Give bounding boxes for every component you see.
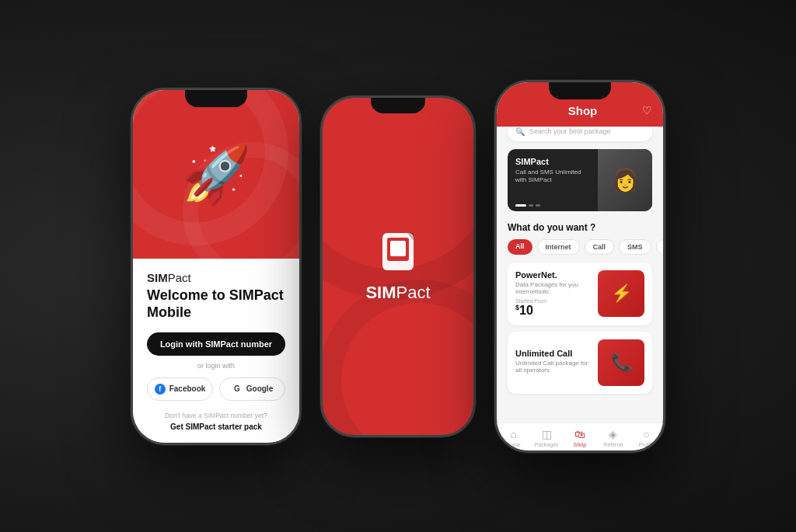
nav-profile[interactable]: ○ Profile	[630, 428, 663, 447]
package-info-1: PowerNet. Data Packages for you Internet…	[515, 270, 590, 318]
home-icon: ⌂	[510, 428, 516, 440]
referral-icon: ◈	[609, 428, 617, 440]
package-info-2: Unlimited Call Unlimited Call package fo…	[515, 349, 590, 377]
phones-container: 🚀 SIMPact Welcome to SIMPact Mobile Logi…	[115, 64, 681, 468]
google-icon: G	[232, 384, 243, 395]
package-price-1: $10	[515, 304, 590, 318]
package-price-label-1: Started From	[515, 298, 590, 304]
screen-left: 🚀 SIMPact Welcome to SIMPact Mobile Logi…	[133, 90, 299, 443]
nav-packages-label: Packages	[535, 442, 559, 447]
screen-center: SIMPact	[323, 98, 473, 435]
packages-icon: ◫	[542, 428, 552, 440]
filter-call[interactable]: Call	[585, 239, 615, 255]
phone-left: 🚀 SIMPact Welcome to SIMPact Mobile Logi…	[131, 88, 302, 445]
screen-right: Shop ♡ 🔍 Search your best package SIMPac…	[497, 82, 663, 450]
banner-image: 👩	[598, 149, 652, 211]
get-pack-link[interactable]: Get SIMPact starter pack	[147, 422, 285, 431]
banner-dot-2	[536, 204, 540, 207]
shop-title: Shop	[523, 104, 642, 117]
nav-referral-label: Referral	[603, 442, 623, 447]
login-button[interactable]: Login with SIMPact number	[147, 332, 285, 356]
filter-roaming[interactable]: Roa...	[656, 239, 663, 255]
brand-name-left: SIMPact	[147, 271, 285, 284]
search-icon: 🔍	[515, 127, 525, 136]
svg-rect-2	[390, 241, 406, 256]
package-name-1: PowerNet.	[515, 270, 590, 280]
banner-dot-1	[529, 204, 533, 207]
splash-top: 🚀	[133, 90, 299, 259]
splash-brand: SIMPact	[365, 283, 430, 303]
package-name-2: Unlimited Call	[515, 349, 590, 358]
facebook-label: Facebook	[169, 384, 206, 393]
nav-profile-label: Profile	[639, 442, 655, 447]
package-image-2: 📞	[598, 339, 644, 386]
banner-text: SIMPact Call and SMS Unlimited with SIMP…	[508, 149, 598, 211]
call-icon: 📞	[611, 353, 632, 373]
profile-icon: ○	[643, 428, 649, 440]
filter-tabs: All Internet Call SMS Roa...	[497, 239, 663, 263]
welcome-text: Welcome to SIMPact Mobile	[147, 287, 285, 321]
banner-card[interactable]: SIMPact Call and SMS Unlimited with SIMP…	[508, 149, 652, 211]
no-account-text: Don't have a SIMPact number yet?	[147, 412, 285, 419]
banner-title: SIMPact	[515, 157, 590, 166]
filter-internet[interactable]: Internet	[537, 239, 580, 255]
sim-logo-icon	[376, 230, 420, 273]
notch-right	[549, 82, 611, 99]
bottom-nav: ⌂ Home ◫ Packages 🛍 Shop ◈ Referral ○	[497, 422, 663, 450]
notch-left	[185, 90, 247, 107]
facebook-button[interactable]: f Facebook	[147, 377, 213, 401]
heart-icon[interactable]: ♡	[642, 104, 652, 116]
lightning-icon: ⚡	[611, 283, 632, 304]
package-desc-2: Unlimited Call package for all operators	[515, 360, 590, 374]
shop-icon: 🛍	[574, 428, 585, 440]
nav-shop[interactable]: 🛍 Shop	[564, 428, 597, 447]
phone-right: Shop ♡ 🔍 Search your best package SIMPac…	[494, 80, 665, 453]
nav-home-label: Home	[506, 442, 521, 447]
package-card-powernet[interactable]: PowerNet. Data Packages for you Internet…	[508, 263, 652, 325]
search-placeholder: Search your best package	[529, 127, 611, 135]
nav-home[interactable]: ⌂ Home	[497, 428, 530, 447]
login-bottom: SIMPact Welcome to SIMPact Mobile Login …	[133, 259, 299, 442]
facebook-icon: f	[155, 384, 166, 395]
notch-center	[371, 98, 425, 113]
nav-packages[interactable]: ◫ Packages	[530, 428, 564, 447]
google-button[interactable]: G Google	[219, 377, 285, 401]
filter-all[interactable]: All	[508, 239, 532, 255]
banner-dots	[515, 204, 540, 207]
banner-dot-active	[515, 204, 526, 207]
package-desc-1: Data Packages for you Internetholic.	[515, 281, 590, 295]
package-card-unlimited-call[interactable]: Unlimited Call Unlimited Call package fo…	[508, 332, 652, 394]
rocket-icon: 🚀	[181, 146, 251, 202]
banner-subtitle: Call and SMS Unlimited with SIMPact	[515, 169, 590, 185]
google-label: Google	[246, 384, 273, 393]
nav-shop-label: Shop	[574, 442, 586, 447]
filter-sms[interactable]: SMS	[619, 239, 651, 255]
section-title: What do you want ?	[497, 219, 663, 239]
or-login-label: or login with	[147, 362, 285, 370]
phone-center: SIMPact	[320, 96, 476, 437]
nav-referral[interactable]: ◈ Referral	[596, 428, 630, 447]
social-buttons: f Facebook G Google	[147, 377, 285, 401]
package-image-1: ⚡	[598, 270, 644, 317]
